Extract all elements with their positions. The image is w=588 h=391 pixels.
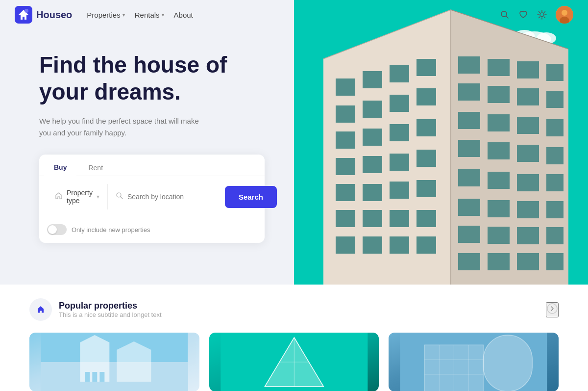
svg-point-1: [24, 9, 28, 13]
svg-line-17: [121, 197, 122, 199]
sun-icon: [537, 10, 547, 20]
property-card-3[interactable]: [389, 333, 559, 391]
svg-rect-89: [41, 362, 188, 391]
svg-line-10: [544, 17, 545, 18]
svg-line-12: [539, 17, 540, 18]
location-search-icon: [116, 192, 123, 202]
svg-point-87: [547, 304, 557, 313]
property-card-image-1: [29, 333, 199, 391]
hero-title: Find the house of your dreams.: [39, 52, 265, 105]
property-card-2[interactable]: [209, 333, 379, 391]
theme-toggle-button[interactable]: [537, 10, 547, 20]
svg-rect-80: [458, 253, 480, 270]
svg-rect-96: [99, 372, 104, 382]
avatar[interactable]: [556, 6, 573, 24]
svg-rect-94: [85, 372, 90, 382]
svg-rect-34: [390, 124, 409, 141]
svg-rect-61: [488, 114, 510, 131]
avatar-image: [556, 6, 573, 24]
svg-point-14: [562, 10, 567, 16]
svg-rect-30: [390, 95, 409, 112]
logo-icon: [15, 6, 32, 24]
svg-rect-39: [416, 150, 436, 167]
svg-rect-59: [546, 91, 564, 108]
search-icon-button[interactable]: [500, 10, 510, 20]
split-layout: Find the house of your dreams. We help y…: [0, 0, 588, 285]
property-cards: [29, 333, 559, 391]
svg-rect-33: [363, 129, 382, 146]
svg-rect-51: [416, 236, 436, 254]
svg-rect-37: [363, 156, 382, 173]
logo[interactable]: Houseo: [15, 6, 72, 24]
svg-rect-62: [517, 117, 539, 134]
tab-rent[interactable]: Rent: [78, 159, 113, 176]
navbar-right: [500, 6, 573, 24]
svg-rect-25: [363, 71, 382, 88]
property-type-dropdown[interactable]: Property type ▾: [47, 184, 108, 209]
svg-rect-55: [546, 64, 564, 81]
svg-rect-45: [363, 210, 382, 227]
property-type-label: Property type: [67, 189, 93, 205]
svg-rect-79: [546, 227, 564, 244]
right-panel: [294, 0, 588, 285]
svg-rect-65: [488, 142, 510, 159]
svg-rect-26: [390, 65, 409, 82]
home-icon: [55, 192, 63, 202]
svg-rect-74: [517, 201, 539, 218]
bottom-section: Popular properties This is a nice subtit…: [0, 285, 588, 391]
chevron-down-icon: ▾: [162, 12, 164, 18]
svg-rect-48: [336, 236, 355, 254]
svg-rect-75: [546, 201, 564, 218]
section-arrow-button[interactable]: [546, 302, 559, 317]
svg-rect-63: [546, 119, 564, 136]
new-properties-toggle[interactable]: [47, 224, 67, 235]
svg-rect-67: [546, 147, 564, 164]
svg-rect-92: [117, 350, 151, 382]
svg-rect-95: [92, 372, 97, 382]
section-header-left: Popular properties This is a nice subtit…: [29, 298, 162, 321]
search-button[interactable]: Search: [225, 186, 277, 208]
svg-line-9: [539, 12, 540, 13]
search-icon: [500, 10, 510, 20]
svg-rect-66: [517, 145, 539, 162]
navbar: Houseo Properties ▾ Rentals ▾ About: [0, 0, 588, 29]
heart-icon-button[interactable]: [518, 10, 528, 20]
svg-rect-76: [458, 226, 480, 243]
svg-rect-103: [484, 335, 533, 391]
section-subtitle: This is a nice subtitle and longet text: [59, 311, 162, 318]
section-title-group: Popular properties This is a nice subtit…: [59, 301, 162, 318]
nav-properties[interactable]: Properties ▾: [87, 11, 124, 19]
nav-about[interactable]: About: [174, 11, 193, 19]
toggle-row: Only include new properties: [39, 217, 265, 243]
svg-rect-27: [416, 59, 436, 76]
left-panel: Find the house of your dreams. We help y…: [0, 0, 294, 285]
hero-subtitle: We help you find the perfect space that …: [39, 115, 206, 139]
svg-rect-50: [390, 236, 409, 254]
property-card-image-3: [389, 333, 559, 391]
svg-rect-72: [458, 199, 480, 216]
svg-rect-81: [488, 253, 510, 270]
svg-rect-32: [336, 131, 355, 149]
svg-line-11: [544, 12, 545, 13]
tab-buy[interactable]: Buy: [44, 159, 76, 176]
svg-rect-56: [458, 83, 480, 101]
location-field: [108, 187, 221, 207]
svg-rect-71: [546, 174, 564, 191]
popular-properties-icon: [29, 298, 52, 321]
property-card-1[interactable]: [29, 333, 199, 391]
search-tabs: Buy Rent: [39, 155, 265, 176]
svg-rect-60: [458, 112, 480, 129]
location-input[interactable]: [127, 193, 213, 201]
svg-rect-44: [336, 210, 355, 227]
navbar-left: Houseo Properties ▾ Rentals ▾ About: [15, 6, 193, 24]
svg-rect-31: [416, 88, 436, 105]
svg-rect-24: [336, 78, 355, 96]
chevron-down-icon: ▾: [122, 12, 125, 18]
svg-point-4: [540, 13, 544, 17]
nav-rentals[interactable]: Rentals ▾: [135, 11, 164, 19]
svg-rect-36: [336, 158, 355, 175]
svg-rect-42: [390, 182, 409, 199]
svg-rect-82: [517, 253, 539, 270]
svg-rect-46: [390, 210, 409, 227]
svg-rect-40: [336, 184, 355, 201]
